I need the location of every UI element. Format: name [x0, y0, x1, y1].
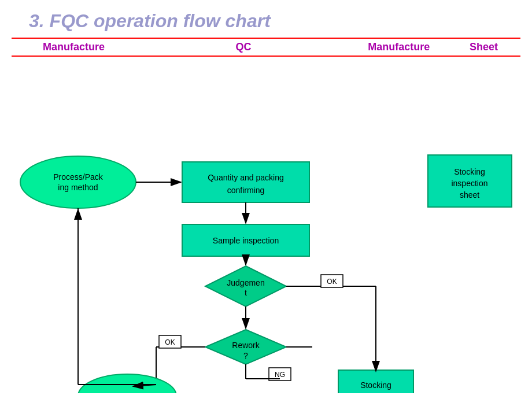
header-sheet: Sheet [447, 41, 520, 53]
scrapping-node [78, 374, 176, 393]
sample-inspection-label: Sample inspection [213, 236, 279, 245]
process-pack-label2: ing method [58, 183, 98, 192]
ok1-label: OK [327, 278, 337, 286]
judgement-label2: t [245, 288, 247, 297]
rework-label: Rework [232, 341, 260, 350]
stocking-inspection-sheet-label: Stocking [454, 167, 485, 176]
stocking-inspection-sheet-label2: inspection [451, 179, 487, 188]
ok2-label: OK [165, 338, 175, 346]
scrapping-label: scrapping [110, 392, 145, 393]
qty-confirm-node [182, 162, 309, 202]
judgement-label: Judgemen [227, 278, 264, 287]
rework-label2: ? [243, 351, 248, 360]
ng-label: NG [275, 371, 285, 379]
header-manufacture2: Manufacture [351, 41, 447, 53]
stocking-label: Stocking [360, 380, 391, 390]
qty-confirm-label2: confirming [227, 186, 265, 195]
header-qc: QC [136, 41, 351, 53]
process-pack-label: Process/Pack [53, 172, 104, 182]
page-title: 3. FQC operation flow chart [0, 0, 532, 38]
stocking-inspection-sheet-label3: sheet [460, 190, 479, 200]
header-manufacture1: Manufacture [12, 41, 136, 53]
qty-confirm-label: Quantity and packing [208, 173, 284, 182]
flowchart-area: Stocking inspection sheet Process/Pack i… [12, 69, 520, 393]
